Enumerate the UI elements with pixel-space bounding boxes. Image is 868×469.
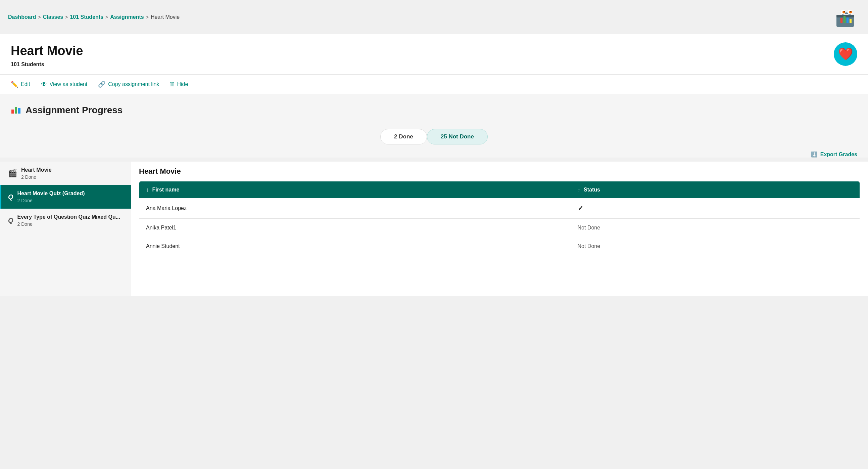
link-icon: 🔗 <box>98 81 105 88</box>
table-row: Anika Patel1 Not Done <box>139 219 860 237</box>
right-panel: Heart Movie ↕ First name ↕ Status Ana Ma… <box>131 162 868 296</box>
sidebar-item-sub-1: 2 Done <box>21 174 52 180</box>
view-as-student-button[interactable]: 👁 View as student <box>41 81 88 88</box>
student-status-1: ✓ <box>571 198 860 219</box>
svg-rect-3 <box>843 16 845 23</box>
chart-icon <box>11 104 22 117</box>
svg-rect-14 <box>18 108 21 114</box>
svg-rect-5 <box>849 19 851 23</box>
view-student-icon: 👁 <box>41 81 47 88</box>
svg-rect-13 <box>15 107 17 114</box>
breadcrumb-bar: Dashboard > Classes > 101 Students > Ass… <box>0 0 868 34</box>
student-status-2: Not Done <box>571 219 860 237</box>
table-row: Annie Student Not Done <box>139 237 860 256</box>
movie-icon: 🎬 <box>8 169 17 178</box>
export-row: ⬇️ Export Grades <box>11 151 857 157</box>
breadcrumb-assignments[interactable]: Assignments <box>110 14 144 20</box>
breadcrumb: Dashboard > Classes > 101 Students > Ass… <box>8 14 180 20</box>
breadcrumb-sep-4: > <box>146 14 149 20</box>
heart-icon: ❤️ <box>838 47 853 61</box>
check-icon: ✓ <box>578 205 583 212</box>
student-table: ↕ First name ↕ Status Ana Maria Lopez ✓ <box>139 181 860 256</box>
sidebar-item-title-1: Heart Movie <box>21 167 52 173</box>
not-done-label-2: Not Done <box>578 243 600 249</box>
breadcrumb-dashboard[interactable]: Dashboard <box>8 14 36 20</box>
breadcrumb-sep-1: > <box>38 14 41 20</box>
svg-rect-2 <box>840 18 842 23</box>
sort-icon-status: ↕ <box>578 187 580 193</box>
assignment-header: Heart Movie 101 Students ✏️ Edit 👁 View … <box>0 34 868 94</box>
progress-title: Assignment Progress <box>26 105 123 116</box>
svg-rect-12 <box>11 110 14 114</box>
student-status-3: Not Done <box>571 237 860 256</box>
action-bar: ✏️ Edit 👁 View as student 🔗 Copy assignm… <box>11 75 857 94</box>
table-row: Ana Maria Lopez ✓ <box>139 198 860 219</box>
export-grades-button[interactable]: ⬇️ Export Grades <box>811 151 857 157</box>
right-panel-title: Heart Movie <box>139 167 860 176</box>
not-done-label-1: Not Done <box>578 225 600 231</box>
breadcrumb-classes[interactable]: Classes <box>43 14 63 20</box>
breadcrumb-current: Heart Movie <box>151 14 180 20</box>
breadcrumb-students[interactable]: 101 Students <box>70 14 103 20</box>
progress-section: Assignment Progress 2 Done 25 Not Done ⬇… <box>0 94 868 157</box>
col-status[interactable]: ↕ Status <box>571 181 860 199</box>
sidebar-item-quiz-graded[interactable]: Q Heart Movie Quiz (Graded) 2 Done <box>0 185 131 209</box>
download-icon: ⬇️ <box>811 151 818 157</box>
svg-rect-4 <box>846 18 848 23</box>
heart-badge: ❤️ <box>834 42 857 66</box>
not-done-filter-button[interactable]: 25 Not Done <box>427 129 488 144</box>
sidebar-item-title-2: Heart Movie Quiz (Graded) <box>18 190 85 197</box>
sort-icon-name: ↕ <box>146 187 149 193</box>
assignment-sidebar: 🎬 Heart Movie 2 Done Q Heart Movie Quiz … <box>0 162 131 296</box>
sidebar-item-sub-2: 2 Done <box>18 198 85 203</box>
breadcrumb-sep-2: > <box>65 14 68 20</box>
mascot-icon <box>833 5 860 29</box>
stats-row: 2 Done 25 Not Done <box>11 129 857 144</box>
assignment-title: Heart Movie <box>11 44 857 58</box>
hide-icon: 👁̸ <box>170 81 174 88</box>
sidebar-item-sub-3: 2 Done <box>18 222 120 227</box>
main-content: 🎬 Heart Movie 2 Done Q Heart Movie Quiz … <box>0 162 868 296</box>
sidebar-item-heart-movie[interactable]: 🎬 Heart Movie 2 Done <box>0 162 131 185</box>
breadcrumb-sep-3: > <box>105 14 108 20</box>
copy-link-button[interactable]: 🔗 Copy assignment link <box>98 81 159 88</box>
col-first-name[interactable]: ↕ First name <box>139 181 571 199</box>
sidebar-item-quiz-mixed[interactable]: Q Every Type of Question Quiz Mixed Qu..… <box>0 209 131 232</box>
svg-point-10 <box>844 11 845 12</box>
progress-title-row: Assignment Progress <box>11 104 857 122</box>
edit-button[interactable]: ✏️ Edit <box>11 81 30 88</box>
quiz-icon-2: Q <box>8 217 13 225</box>
table-header-row: ↕ First name ↕ Status <box>139 181 860 199</box>
svg-point-11 <box>850 11 851 12</box>
student-name-2: Anika Patel1 <box>139 219 571 237</box>
student-count: 101 Students <box>11 61 857 67</box>
hide-button[interactable]: 👁̸ Hide <box>170 81 188 88</box>
student-name-3: Annie Student <box>139 237 571 256</box>
done-filter-button[interactable]: 2 Done <box>380 129 427 144</box>
student-name-1: Ana Maria Lopez <box>139 198 571 219</box>
quiz-icon-1: Q <box>8 193 13 201</box>
sidebar-item-title-3: Every Type of Question Quiz Mixed Qu... <box>18 214 120 220</box>
edit-icon: ✏️ <box>11 81 18 88</box>
